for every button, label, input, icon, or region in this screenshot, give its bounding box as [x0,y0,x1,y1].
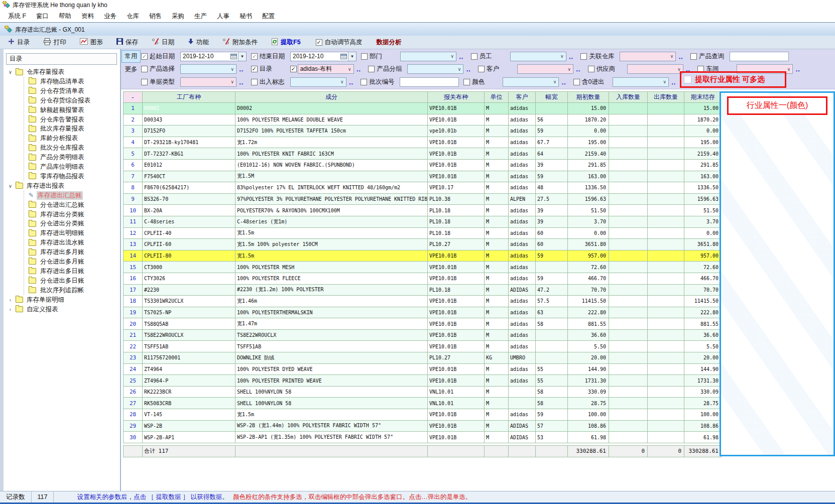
cell-工厂布种[interactable]: TS7025-NP [143,307,235,318]
cell-期末结存[interactable]: 51.50 [684,205,722,216]
cell-入库数量[interactable] [609,171,648,182]
cell-入库数量[interactable] [609,216,648,227]
table-row[interactable]: 23R11756720001DOWNLIKE 防绒PL10.27KGUMBRO2… [124,352,722,364]
cell-入库数量[interactable] [609,137,648,148]
cell-期初数量[interactable]: 61.98 [568,432,609,443]
cell-幅宽[interactable]: 60 [536,227,568,239]
cell-报关布种[interactable]: VNL10.01 [428,386,485,398]
cell-成分[interactable]: 100% POLYESTER MELANGE DOUBLE WEAVE [235,114,428,125]
cell-幅宽[interactable] [536,352,568,364]
cell-出库数量[interactable] [648,420,684,432]
cell-成分[interactable]: DOWNLIKE 防绒 [235,352,428,364]
dropdown-出入标志[interactable]: ∨ [290,77,346,87]
row-number[interactable]: 24 [124,363,143,375]
cell-期末结存[interactable]: 466.70 [684,273,722,284]
row-number[interactable]: 8 [124,182,143,194]
tree-item-分仓进出多日账[interactable]: 分仓进出多日账 [29,276,120,286]
cell-期初数量[interactable]: 1731.30 [568,375,609,387]
cell-期末结存[interactable]: 1596.63 [684,193,722,205]
cell-成分[interactable]: 100% POLYESTER KNIT FABRIC 163CM [235,148,428,160]
cell-报关布种[interactable]: VPE10.01B [428,148,485,160]
cell-成分[interactable]: 100% POLYESTER PRINTED WEAVE [235,375,428,387]
cell-报关布种[interactable]: VPE10.01B [428,137,485,148]
cell-成分[interactable]: D0002 [235,103,428,114]
cell-幅宽[interactable]: 59 [536,273,568,284]
cell-期初数量[interactable]: 11415.50 [568,296,609,307]
cell-单位[interactable]: M [485,193,509,205]
cell-入库数量[interactable] [609,375,648,387]
tree-item-分仓存货综合报表[interactable]: 分仓存货综合报表 [29,96,120,105]
tree-item-批次库存量报表[interactable]: 批次库存量报表 [29,124,120,134]
cell-入库数量[interactable] [609,341,648,352]
cell-报关布种[interactable]: PL10.18 [428,227,485,239]
cell-成分[interactable]: 宽1.5M [235,171,428,182]
cell-客户[interactable]: adidas [509,239,536,250]
filter-checkbox-部门[interactable] [361,53,368,60]
column-header-客户[interactable]: 客户 [509,92,536,103]
cell-入库数量[interactable] [609,193,648,205]
ellipsis-button[interactable]: ‥ [463,65,473,73]
cell-入库数量[interactable] [609,352,648,364]
cell-幅宽[interactable]: 47.2 [536,284,568,296]
cell-工厂布种[interactable]: D00343 [143,114,235,125]
filter-checkbox-关联仓库[interactable] [580,53,587,60]
cell-幅宽[interactable]: 39 [536,205,568,216]
tree-item-库存物品清单表[interactable]: 库存物品清单表 [29,77,120,86]
cell-工厂布种[interactable]: VT-145 [143,409,235,421]
row-number[interactable]: 2 [124,114,143,125]
save-button[interactable]: 保存 [116,38,138,47]
row-number[interactable]: 20 [124,318,143,330]
cell-期末结存[interactable]: 144.90 [684,363,722,375]
ellipsis-button[interactable]: ‥ [676,53,686,60]
cell-报关布种[interactable]: VPE10.01B [428,114,485,125]
menu-item-3[interactable]: 帮助 [54,11,76,22]
cell-工厂布种[interactable]: WSP-2B-AP1 [143,432,235,443]
cell-幅宽[interactable]: 39 [536,216,568,227]
cell-客户[interactable]: adidas [509,409,536,421]
cell-幅宽[interactable]: 59 [536,250,568,262]
cell-成分[interactable]: 宽1.72m [235,137,428,148]
cell-工厂布种[interactable]: #2230 [143,284,235,296]
row-number[interactable]: 26 [124,386,143,398]
cell-入库数量[interactable] [609,273,648,284]
cell-单位[interactable]: M [485,307,509,318]
cell-客户[interactable]: ALPEN [509,193,536,205]
row-number[interactable]: 25 [124,375,143,387]
dropdown-产品分组[interactable]: ∨ [407,64,463,74]
filter-checkbox-颜色[interactable] [463,79,470,85]
cell-工厂布种[interactable]: F7540CT [143,171,235,182]
filter-checkbox-员工[interactable] [471,53,478,60]
cell-幅宽[interactable]: 53 [536,432,568,443]
cell-工厂布种[interactable]: F8670(62584217) [143,182,235,194]
cell-报关布种[interactable]: VPE10.01B [428,103,485,114]
cell-客户[interactable]: adidas [509,363,536,375]
cell-期初数量[interactable]: 163.00 [568,171,609,182]
cell-期末结存[interactable]: 163.00 [684,171,722,182]
cell-期初数量[interactable]: 3.70 [568,216,609,227]
cell-期末结存[interactable]: 1870.20 [684,114,722,125]
table-row[interactable]: 30WSP-2B-AP1WSP-2B-AP1 (宽1.35m) 100% POL… [124,432,722,443]
cell-客户[interactable]: adidas [509,318,536,330]
filter-checkbox-产品分组[interactable] [368,66,375,72]
cell-报关布种[interactable]: VPE10.01B [428,296,485,307]
row-number[interactable]: 19 [124,307,143,318]
ellipsis-button[interactable]: ‥ [236,78,247,86]
column-header-幅宽[interactable]: 幅宽 [536,92,568,103]
checkbox-icon[interactable]: ✓ [316,39,322,46]
row-number[interactable]: 5 [124,148,143,160]
cell-期初数量[interactable]: 72.60 [568,262,609,273]
row-number[interactable]: 15 [124,262,143,273]
menu-item-4[interactable]: 资料 [76,11,99,22]
cell-单位[interactable]: M [485,103,509,114]
filter-checkbox-结束日期[interactable]: ✓ [251,53,258,60]
cell-入库数量[interactable] [609,318,648,330]
cell-报关布种[interactable]: VNL10.01 [428,398,485,409]
cell-入库数量[interactable] [609,386,648,398]
cell-成分[interactable]: TSFF51AB [235,341,428,352]
cell-工厂布种[interactable]: RK5083CRB [143,398,235,409]
cell-幅宽[interactable]: 59 [536,125,568,137]
cell-工厂布种[interactable]: WSP-2B [143,420,235,432]
cell-客户[interactable]: adidas [509,148,536,160]
cell-出库数量[interactable] [648,375,684,387]
cell-幅宽[interactable] [536,262,568,273]
